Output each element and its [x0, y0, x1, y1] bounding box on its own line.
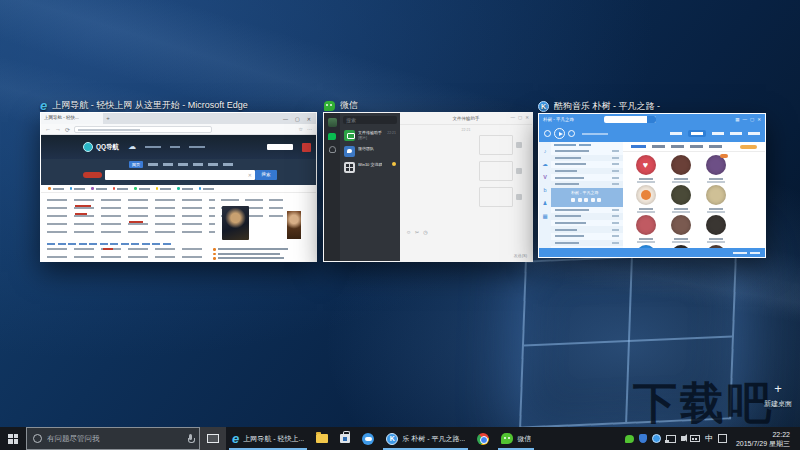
store-tab[interactable]: [709, 145, 722, 148]
kugou-search-input[interactable]: [604, 116, 656, 123]
radio-cover-image[interactable]: [706, 245, 726, 248]
wechat-tray-icon[interactable]: [625, 435, 634, 443]
forward-icon[interactable]: [516, 168, 522, 174]
input-method-icon[interactable]: [718, 434, 727, 443]
taskbar-item-wechat[interactable]: 微信: [495, 427, 537, 450]
new-desktop-button[interactable]: + 新建桌面: [757, 381, 799, 419]
chat-list-item[interactable]: Win10 交流群: [343, 159, 397, 175]
emoji-icon[interactable]: ☺: [406, 229, 411, 235]
hot-link[interactable]: [103, 248, 113, 250]
image-message[interactable]: [479, 135, 522, 155]
radio-cover-image[interactable]: [706, 215, 726, 235]
store-search-button[interactable]: [740, 145, 757, 149]
security-tray-icon[interactable]: [639, 434, 647, 443]
movie-poster-image[interactable]: [222, 206, 249, 240]
forward-icon[interactable]: [516, 142, 522, 148]
screenshot-image[interactable]: [479, 187, 513, 207]
wechat-search-input[interactable]: 搜索: [343, 116, 397, 124]
chats-icon[interactable]: [328, 133, 336, 140]
kugou-tray-icon[interactable]: [652, 434, 661, 443]
network-icon[interactable]: [666, 435, 676, 443]
site-search-input[interactable]: ✕: [105, 170, 255, 180]
taskbar-item-edge[interactable]: e 上网导航 - 轻快上...: [226, 427, 310, 450]
task-view-button[interactable]: [200, 427, 226, 450]
clear-icon[interactable]: ✕: [248, 172, 252, 178]
radio-grid-item[interactable]: [663, 215, 698, 245]
vip-icon[interactable]: V: [543, 174, 547, 180]
radio-grid-item[interactable]: [698, 185, 733, 215]
radio-cover-image[interactable]: [671, 155, 691, 175]
taskview-thumbnail-edge[interactable]: 上网导航 - 轻快... + — ▢ ✕ ← → ⟳ ☆ ⋯ QQ导航 ☁: [40, 112, 317, 262]
radio-cover-image[interactable]: [671, 245, 691, 248]
radio-grid-item[interactable]: [698, 155, 733, 185]
taskbar-clock[interactable]: 22:22 2015/7/29 星期三: [732, 430, 796, 448]
refresh-icon[interactable]: ⟳: [65, 126, 70, 133]
store-tab-active[interactable]: [631, 145, 646, 148]
radio-grid-item[interactable]: ♥: [628, 155, 663, 185]
nav-tab-active[interactable]: [688, 130, 706, 137]
radio-cover-image[interactable]: [706, 185, 726, 205]
taskbar-item-cloud[interactable]: [356, 427, 380, 450]
close-icon[interactable]: ✕: [525, 115, 529, 120]
radio-cover-image[interactable]: [671, 185, 691, 205]
edge-address-bar[interactable]: [74, 126, 212, 133]
forward-icon[interactable]: →: [55, 126, 61, 132]
ad-poster-image[interactable]: [287, 211, 301, 239]
music-icon[interactable]: ♪: [544, 148, 547, 154]
taskview-thumbnail-kugou[interactable]: 朴树 - 平凡之路 ▦ — ▢ ✕ ♪: [538, 113, 766, 258]
site-links-table[interactable]: [47, 199, 215, 237]
touch-keyboard-icon[interactable]: [690, 435, 700, 442]
site-search-button[interactable]: 搜索: [255, 170, 277, 180]
nav-tab[interactable]: [748, 132, 760, 135]
maximize-icon[interactable]: ▢: [750, 117, 754, 122]
previous-track-button[interactable]: [544, 130, 551, 137]
hot-link[interactable]: [75, 213, 87, 215]
start-button[interactable]: [0, 427, 26, 450]
sidebar-news-list[interactable]: [213, 247, 299, 261]
singer-icon[interactable]: ♟: [543, 200, 548, 206]
image-message[interactable]: [479, 187, 522, 207]
screenshot-icon[interactable]: ✂: [415, 229, 419, 235]
minimize-icon[interactable]: —: [283, 116, 288, 122]
minimize-icon[interactable]: —: [742, 117, 747, 122]
nav-tab[interactable]: [670, 132, 682, 135]
taskbar-item-store[interactable]: [334, 427, 356, 450]
radio-grid-item[interactable]: [663, 185, 698, 215]
radio-cover-image[interactable]: ♥: [636, 155, 656, 175]
maximize-icon[interactable]: ▢: [518, 115, 522, 120]
minimize-icon[interactable]: —: [510, 115, 515, 120]
play-button[interactable]: [554, 128, 565, 139]
radio-cover-image[interactable]: [636, 185, 656, 205]
qq-nav-logo[interactable]: QQ导航: [83, 142, 119, 152]
radio-cover-image[interactable]: [671, 215, 691, 235]
forward-icon[interactable]: [516, 194, 522, 200]
back-icon[interactable]: ←: [45, 126, 51, 132]
qq-mail-icon[interactable]: [302, 143, 311, 152]
screenshot-image[interactable]: [479, 135, 513, 155]
radio-grid-item[interactable]: [698, 215, 733, 245]
radio-grid-item[interactable]: [663, 155, 698, 185]
store-tab[interactable]: [671, 145, 684, 148]
nav-tab[interactable]: [730, 132, 742, 135]
hot-link[interactable]: [129, 221, 143, 223]
cortana-search-box[interactable]: 有问题尽管问我: [26, 427, 200, 450]
close-icon[interactable]: ✕: [757, 117, 761, 122]
radio-grid-item[interactable]: [628, 215, 663, 245]
edge-new-tab-button[interactable]: +: [103, 113, 113, 124]
header-login-input[interactable]: [267, 144, 293, 150]
microphone-icon[interactable]: [188, 434, 193, 444]
contacts-icon[interactable]: [329, 146, 336, 153]
edge-tab[interactable]: 上网导航 - 轻快...: [41, 113, 103, 124]
nav-tab[interactable]: [712, 132, 724, 135]
taskbar-item-kugou[interactable]: K 乐 朴树 - 平凡之路...: [380, 427, 471, 450]
more-icon[interactable]: ⋯: [307, 126, 312, 132]
playlist-rows[interactable]: [551, 148, 623, 188]
radio-cover-image[interactable]: NEW: [636, 245, 656, 248]
next-track-button[interactable]: [568, 130, 575, 137]
hot-link[interactable]: [75, 205, 91, 207]
chat-list-item[interactable]: 微信团队: [343, 143, 397, 159]
chat-list-item[interactable]: 文件传输助手 22:21 [图片]: [343, 127, 397, 143]
volume-icon[interactable]: [681, 436, 685, 441]
progress-bar[interactable]: [582, 133, 608, 135]
send-button[interactable]: 发送(S): [514, 253, 527, 258]
